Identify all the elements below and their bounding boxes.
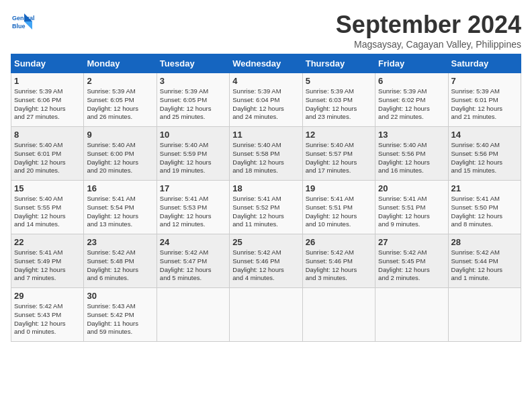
calendar-row: 8Sunrise: 5:40 AM Sunset: 6:01 PM Daylig… (11, 127, 521, 181)
day-number: 9 (87, 130, 153, 140)
header-sunday: Sunday (11, 54, 84, 73)
table-row: 13Sunrise: 5:40 AM Sunset: 5:56 PM Dayli… (375, 127, 448, 181)
table-row: 21Sunrise: 5:41 AM Sunset: 5:50 PM Dayli… (448, 181, 521, 234)
title-area: September 2024 Magsaysay, Cagayan Valley… (336, 11, 521, 50)
table-row (157, 288, 229, 342)
day-info: Sunrise: 5:41 AM Sunset: 5:50 PM Dayligh… (451, 195, 518, 229)
table-row: 17Sunrise: 5:41 AM Sunset: 5:53 PM Dayli… (157, 181, 229, 234)
header-wednesday: Wednesday (230, 54, 302, 73)
day-number: 15 (14, 183, 81, 193)
table-row: 28Sunrise: 5:42 AM Sunset: 5:44 PM Dayli… (448, 234, 521, 288)
day-info: Sunrise: 5:39 AM Sunset: 6:02 PM Dayligh… (378, 87, 445, 122)
day-number: 22 (14, 237, 81, 247)
table-row: 1Sunrise: 5:39 AM Sunset: 6:06 PM Daylig… (11, 73, 84, 127)
day-info: Sunrise: 5:39 AM Sunset: 6:01 PM Dayligh… (451, 87, 518, 122)
table-row: 11Sunrise: 5:40 AM Sunset: 5:58 PM Dayli… (230, 127, 302, 181)
day-info: Sunrise: 5:42 AM Sunset: 5:46 PM Dayligh… (306, 248, 372, 283)
table-row: 7Sunrise: 5:39 AM Sunset: 6:01 PM Daylig… (448, 73, 521, 127)
table-row: 24Sunrise: 5:42 AM Sunset: 5:47 PM Dayli… (157, 234, 229, 288)
svg-text:General: General (12, 15, 35, 21)
day-number: 26 (306, 237, 372, 247)
day-number: 16 (87, 183, 153, 193)
day-info: Sunrise: 5:42 AM Sunset: 5:47 PM Dayligh… (160, 248, 226, 283)
day-number: 5 (306, 76, 372, 86)
table-row: 8Sunrise: 5:40 AM Sunset: 6:01 PM Daylig… (11, 127, 84, 181)
logo: General Blue (11, 11, 38, 35)
table-row: 4Sunrise: 5:39 AM Sunset: 6:04 PM Daylig… (230, 73, 302, 127)
day-number: 6 (378, 76, 445, 86)
table-row (230, 288, 302, 342)
calendar-row: 15Sunrise: 5:40 AM Sunset: 5:55 PM Dayli… (11, 181, 521, 234)
day-info: Sunrise: 5:39 AM Sunset: 6:04 PM Dayligh… (232, 87, 299, 122)
table-row (448, 288, 521, 342)
day-info: Sunrise: 5:40 AM Sunset: 5:57 PM Dayligh… (306, 141, 372, 175)
day-info: Sunrise: 5:39 AM Sunset: 6:05 PM Dayligh… (87, 87, 153, 122)
table-row: 29Sunrise: 5:42 AM Sunset: 5:43 PM Dayli… (11, 288, 84, 342)
day-number: 24 (160, 237, 226, 247)
table-row: 25Sunrise: 5:42 AM Sunset: 5:46 PM Dayli… (230, 234, 302, 288)
day-info: Sunrise: 5:43 AM Sunset: 5:42 PM Dayligh… (87, 302, 153, 336)
table-row: 23Sunrise: 5:42 AM Sunset: 5:48 PM Dayli… (84, 234, 157, 288)
day-info: Sunrise: 5:40 AM Sunset: 5:56 PM Dayligh… (378, 141, 445, 175)
day-info: Sunrise: 5:42 AM Sunset: 5:44 PM Dayligh… (451, 248, 518, 283)
calendar-row: 22Sunrise: 5:41 AM Sunset: 5:49 PM Dayli… (11, 234, 521, 288)
day-number: 29 (14, 291, 81, 301)
day-number: 11 (232, 130, 299, 140)
svg-text:Blue: Blue (12, 23, 26, 30)
day-number: 28 (451, 237, 518, 247)
header-saturday: Saturday (448, 54, 521, 73)
day-info: Sunrise: 5:42 AM Sunset: 5:43 PM Dayligh… (14, 302, 81, 336)
day-number: 19 (306, 183, 372, 193)
day-number: 1 (14, 76, 81, 86)
day-number: 25 (232, 237, 299, 247)
day-info: Sunrise: 5:41 AM Sunset: 5:53 PM Dayligh… (160, 195, 226, 229)
header-monday: Monday (84, 54, 157, 73)
table-row: 27Sunrise: 5:42 AM Sunset: 5:45 PM Dayli… (375, 234, 448, 288)
table-row: 6Sunrise: 5:39 AM Sunset: 6:02 PM Daylig… (375, 73, 448, 127)
day-number: 3 (160, 76, 226, 86)
day-number: 7 (451, 76, 518, 86)
day-number: 18 (232, 183, 299, 193)
day-number: 23 (87, 237, 153, 247)
weekday-header-row: Sunday Monday Tuesday Wednesday Thursday… (11, 54, 521, 73)
day-info: Sunrise: 5:42 AM Sunset: 5:48 PM Dayligh… (87, 248, 153, 283)
day-info: Sunrise: 5:42 AM Sunset: 5:46 PM Dayligh… (232, 248, 299, 283)
header: General Blue September 2024 Magsaysay, C… (11, 11, 521, 50)
day-info: Sunrise: 5:40 AM Sunset: 5:56 PM Dayligh… (451, 141, 518, 175)
table-row (375, 288, 448, 342)
day-info: Sunrise: 5:41 AM Sunset: 5:52 PM Dayligh… (232, 195, 299, 229)
day-number: 20 (378, 183, 445, 193)
day-number: 2 (87, 76, 153, 86)
day-number: 8 (14, 130, 81, 140)
table-row (302, 288, 375, 342)
table-row: 14Sunrise: 5:40 AM Sunset: 5:56 PM Dayli… (448, 127, 521, 181)
table-row: 12Sunrise: 5:40 AM Sunset: 5:57 PM Dayli… (302, 127, 375, 181)
calendar-row: 29Sunrise: 5:42 AM Sunset: 5:43 PM Dayli… (11, 288, 521, 342)
day-info: Sunrise: 5:40 AM Sunset: 5:55 PM Dayligh… (14, 195, 81, 229)
day-info: Sunrise: 5:40 AM Sunset: 5:59 PM Dayligh… (160, 141, 226, 175)
day-info: Sunrise: 5:41 AM Sunset: 5:49 PM Dayligh… (14, 248, 81, 283)
day-info: Sunrise: 5:41 AM Sunset: 5:54 PM Dayligh… (87, 195, 153, 229)
day-number: 30 (87, 291, 153, 301)
day-number: 17 (160, 183, 226, 193)
day-info: Sunrise: 5:39 AM Sunset: 6:03 PM Dayligh… (306, 87, 372, 122)
day-number: 27 (378, 237, 445, 247)
table-row: 10Sunrise: 5:40 AM Sunset: 5:59 PM Dayli… (157, 127, 229, 181)
calendar-row: 1Sunrise: 5:39 AM Sunset: 6:06 PM Daylig… (11, 73, 521, 127)
table-row: 22Sunrise: 5:41 AM Sunset: 5:49 PM Dayli… (11, 234, 84, 288)
day-info: Sunrise: 5:42 AM Sunset: 5:45 PM Dayligh… (378, 248, 445, 283)
calendar-table: Sunday Monday Tuesday Wednesday Thursday… (11, 54, 521, 342)
day-info: Sunrise: 5:41 AM Sunset: 5:51 PM Dayligh… (378, 195, 445, 229)
table-row: 15Sunrise: 5:40 AM Sunset: 5:55 PM Dayli… (11, 181, 84, 234)
day-number: 21 (451, 183, 518, 193)
day-info: Sunrise: 5:39 AM Sunset: 6:06 PM Dayligh… (14, 87, 81, 122)
logo-icon: General Blue (11, 11, 35, 35)
table-row: 19Sunrise: 5:41 AM Sunset: 5:51 PM Dayli… (302, 181, 375, 234)
subtitle: Magsaysay, Cagayan Valley, Philippines (336, 39, 521, 50)
table-row: 20Sunrise: 5:41 AM Sunset: 5:51 PM Dayli… (375, 181, 448, 234)
day-info: Sunrise: 5:39 AM Sunset: 6:05 PM Dayligh… (160, 87, 226, 122)
table-row: 3Sunrise: 5:39 AM Sunset: 6:05 PM Daylig… (157, 73, 229, 127)
header-friday: Friday (375, 54, 448, 73)
day-number: 4 (232, 76, 299, 86)
month-title: September 2024 (336, 11, 521, 39)
